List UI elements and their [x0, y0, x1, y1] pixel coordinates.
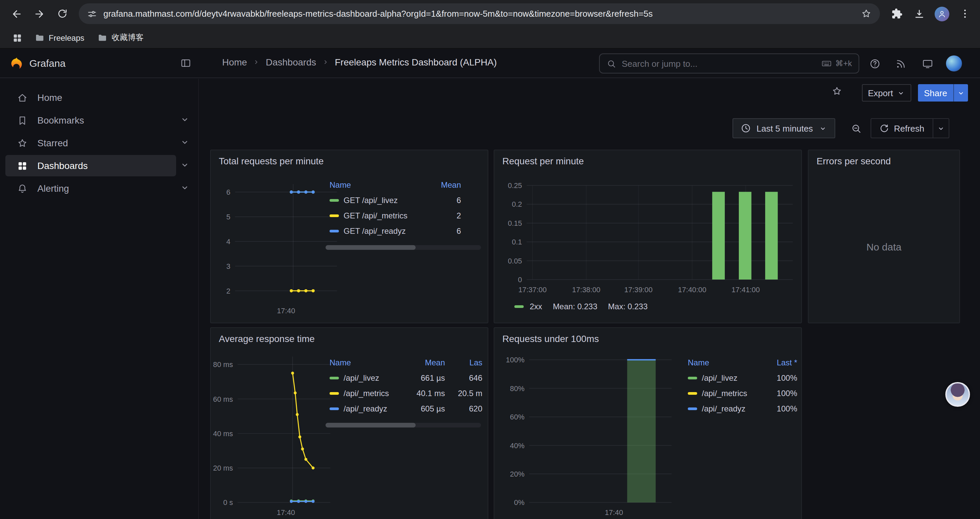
- sidebar-item-starred[interactable]: Starred: [5, 132, 176, 153]
- svg-text:100%: 100%: [506, 356, 525, 364]
- svg-text:20%: 20%: [510, 470, 525, 478]
- panel-title[interactable]: Errors per second: [808, 150, 959, 172]
- bookmark-folder-blog[interactable]: 收藏博客: [92, 29, 149, 46]
- time-range-picker[interactable]: Last 5 minutes: [732, 118, 835, 138]
- legend-row: /api/_readyz 100%: [688, 401, 797, 416]
- series-name[interactable]: /api/_readyz: [344, 404, 387, 413]
- series-mean: 6: [428, 226, 461, 235]
- series-name[interactable]: /api/_livez: [344, 373, 379, 382]
- zoom-out-icon[interactable]: [846, 118, 866, 138]
- request-per-minute-chart[interactable]: 0.250.20.150.10.05017:37:0017:38:0017:39…: [494, 150, 801, 323]
- sidebar-item-alerting[interactable]: Alerting: [5, 178, 176, 199]
- browser-menu-kebab-icon[interactable]: [953, 2, 976, 25]
- legend-col-name[interactable]: Name: [688, 358, 757, 367]
- sidebar-item-dashboards[interactable]: Dashboards: [5, 155, 176, 176]
- series-name[interactable]: /api/_readyz: [702, 404, 746, 413]
- bookmark-folder-freeleaps[interactable]: Freeleaps: [29, 30, 90, 45]
- panel-title[interactable]: Request per minute: [494, 150, 801, 172]
- display-icon[interactable]: [922, 58, 933, 69]
- refresh-interval-dropdown-icon[interactable]: [932, 119, 948, 137]
- bookmark-icon: [16, 115, 28, 126]
- breadcrumb-home[interactable]: Home: [222, 57, 247, 67]
- series-last: 646: [452, 373, 482, 382]
- series-swatch: [329, 376, 339, 379]
- address-bar[interactable]: grafana.mathmast.com/d/deytv4rwavabkb/fr…: [79, 3, 880, 24]
- legend-col-last[interactable]: Last *: [764, 358, 797, 367]
- sidebar-item-bookmarks[interactable]: Bookmarks: [5, 110, 176, 131]
- grafana-logo[interactable]: [10, 56, 24, 71]
- breadcrumb: Home Dashboards Freeleaps Metrics Dashbo…: [222, 57, 497, 67]
- scrollbar-thumb[interactable]: [326, 423, 415, 428]
- legend-col-mean[interactable]: Mean: [428, 180, 461, 190]
- legend-col-name[interactable]: Name: [329, 358, 401, 367]
- legend-scrollbar[interactable]: [326, 245, 481, 250]
- chevron-down-icon[interactable]: [180, 182, 190, 193]
- back-button[interactable]: [5, 2, 28, 25]
- search-input[interactable]: [622, 58, 816, 69]
- series-name[interactable]: GET /api/_readyz: [344, 226, 406, 235]
- panel-title[interactable]: Requests under 100ms: [494, 328, 801, 349]
- user-avatar[interactable]: [946, 56, 962, 72]
- panel-title[interactable]: Average response time: [211, 328, 488, 349]
- series-name[interactable]: /api/_metrics: [344, 388, 389, 398]
- browser-chrome: grafana.mathmast.com/d/deytv4rwavabkb/fr…: [0, 0, 980, 49]
- reload-button[interactable]: [51, 2, 73, 25]
- extensions-icon[interactable]: [885, 2, 908, 25]
- series-mean: 605 µs: [407, 404, 445, 413]
- svg-text:0%: 0%: [514, 498, 525, 507]
- chevron-down-icon[interactable]: [180, 160, 190, 170]
- series-max: Max: 0.233: [608, 302, 648, 311]
- legend-col-last[interactable]: Las: [452, 358, 482, 367]
- share-dropdown-icon[interactable]: [953, 84, 968, 102]
- extension-avatar[interactable]: [945, 382, 970, 407]
- series-last: 20.5 m: [452, 388, 482, 398]
- svg-text:17:40: 17:40: [277, 508, 295, 517]
- series-swatch: [688, 376, 697, 379]
- legend-col-name[interactable]: Name: [329, 180, 421, 190]
- legend-col-mean[interactable]: Mean: [407, 358, 445, 367]
- favorite-star-icon[interactable]: [831, 86, 843, 97]
- panel-legend: Name Last * /api/_livez 100% /api/_metri…: [688, 355, 797, 416]
- legend-scrollbar[interactable]: [326, 423, 481, 428]
- apps-grid-icon[interactable]: [8, 29, 27, 46]
- chevron-down-icon[interactable]: [180, 114, 190, 125]
- bookmark-label: Freeleaps: [49, 33, 84, 42]
- svg-text:20 ms: 20 ms: [213, 464, 233, 472]
- site-settings-icon[interactable]: [87, 8, 97, 19]
- search-box[interactable]: ⌘+k: [599, 53, 859, 73]
- legend-row: /api/_livez 661 µs 646: [329, 370, 482, 385]
- svg-text:80 ms: 80 ms: [213, 360, 233, 369]
- chevron-down-icon[interactable]: [180, 137, 190, 148]
- svg-text:80%: 80%: [510, 385, 525, 393]
- svg-text:17:38:00: 17:38:00: [572, 286, 600, 294]
- series-name[interactable]: GET /api/_metrics: [344, 211, 407, 220]
- svg-text:0: 0: [518, 276, 522, 284]
- legend-row: GET /api/_livez 6: [329, 192, 482, 208]
- series-name[interactable]: /api/_livez: [702, 373, 738, 382]
- news-rss-icon[interactable]: [895, 58, 907, 69]
- series-name[interactable]: 2xx: [530, 302, 542, 311]
- series-mean: 661 µs: [407, 373, 445, 382]
- help-icon[interactable]: [869, 58, 881, 69]
- home-icon: [16, 92, 28, 103]
- panel-title[interactable]: Total requests per minute: [211, 150, 488, 172]
- sidebar-item-home[interactable]: Home: [5, 87, 176, 108]
- bookmark-star-icon[interactable]: [861, 8, 872, 19]
- refresh-button[interactable]: Refresh: [871, 119, 932, 137]
- url-text[interactable]: grafana.mathmast.com/d/deytv4rwavabkb/fr…: [103, 9, 854, 19]
- svg-text:17:41:00: 17:41:00: [732, 286, 760, 294]
- series-last: 100%: [764, 373, 797, 382]
- scrollbar-thumb[interactable]: [326, 245, 415, 250]
- series-name[interactable]: /api/_metrics: [702, 388, 747, 398]
- breadcrumb-dashboards[interactable]: Dashboards: [266, 57, 316, 67]
- share-button[interactable]: Share: [918, 84, 953, 102]
- downloads-icon[interactable]: [908, 2, 931, 25]
- export-button[interactable]: Export: [862, 84, 911, 102]
- forward-button[interactable]: [28, 2, 51, 25]
- dock-sidebar-icon[interactable]: [180, 57, 191, 69]
- browser-profile-icon[interactable]: [931, 2, 953, 25]
- svg-text:5: 5: [226, 213, 231, 221]
- bell-icon: [16, 183, 28, 194]
- series-last: 620: [452, 404, 482, 413]
- series-name[interactable]: GET /api/_livez: [344, 195, 398, 205]
